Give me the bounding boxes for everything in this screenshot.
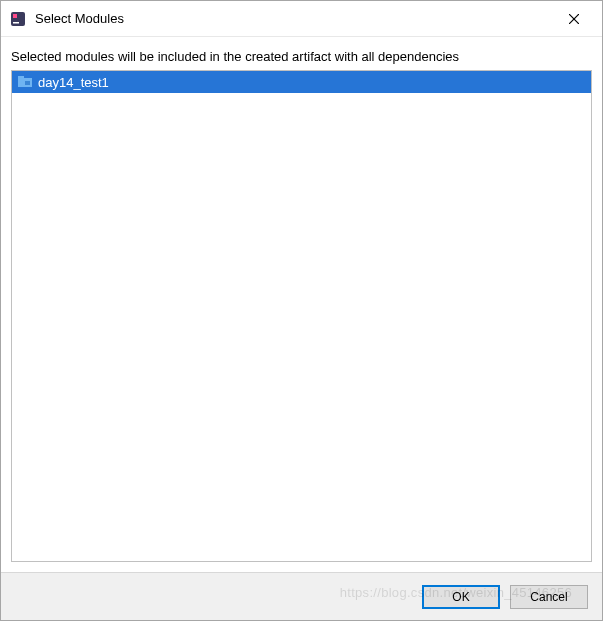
cancel-button[interactable]: Cancel [510,585,588,609]
svg-rect-2 [13,22,19,24]
svg-rect-1 [13,14,17,18]
dialog-footer: OK Cancel [1,572,602,620]
instruction-text: Selected modules will be included in the… [1,37,602,70]
svg-rect-7 [25,81,30,85]
app-icon [9,10,27,28]
list-item[interactable]: day14_test1 [12,71,591,93]
svg-rect-6 [18,76,24,79]
close-icon [569,14,579,24]
modules-list[interactable]: day14_test1 [11,70,592,562]
close-button[interactable] [558,5,590,33]
module-icon [18,75,32,89]
titlebar: Select Modules [1,1,602,37]
dialog-title: Select Modules [35,11,558,26]
list-item-label: day14_test1 [38,75,109,90]
ok-button[interactable]: OK [422,585,500,609]
